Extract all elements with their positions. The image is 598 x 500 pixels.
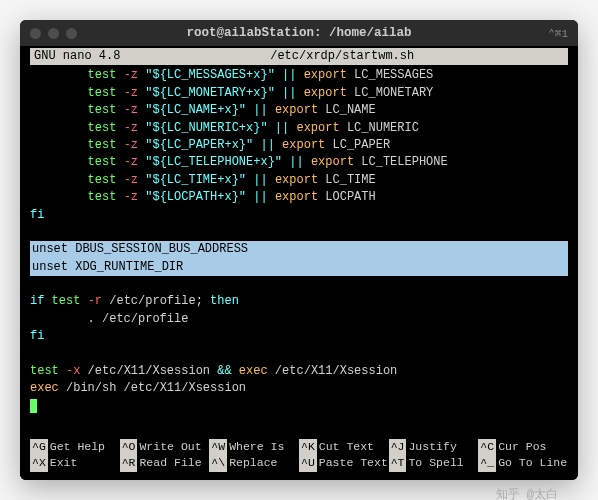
code-line[interactable]: test -z "${LC_MESSAGES+x}" || export LC_… — [30, 67, 568, 84]
help-key: ^C — [478, 439, 496, 456]
code-line[interactable]: test -x /etc/X11/Xsession && exec /etc/X… — [30, 363, 568, 380]
editor-name: GNU nano 4.8 — [34, 48, 120, 65]
help-label: Where Is — [229, 439, 284, 456]
help-key: ^\ — [209, 455, 227, 472]
code-line[interactable]: test -z "${LC_NAME+x}" || export LC_NAME — [30, 102, 568, 119]
help-key: ^R — [120, 455, 138, 472]
help-item: ^JJustify — [389, 439, 479, 456]
help-key: ^K — [299, 439, 317, 456]
help-label: Cur Pos — [498, 439, 546, 456]
help-key: ^G — [30, 439, 48, 456]
help-label: To Spell — [408, 455, 463, 472]
help-key: ^O — [120, 439, 138, 456]
code-line[interactable]: exec /bin/sh /etc/X11/Xsession — [30, 380, 568, 397]
code-line[interactable]: if test -r /etc/profile; then — [30, 293, 568, 310]
code-line[interactable]: unset XDG_RUNTIME_DIR — [30, 259, 568, 276]
help-key: ^T — [389, 455, 407, 472]
code-line[interactable] — [30, 346, 568, 363]
help-label: Exit — [50, 455, 78, 472]
help-item: ^_Go To Line — [478, 455, 568, 472]
help-label: Go To Line — [498, 455, 567, 472]
terminal-body[interactable]: GNU nano 4.8 /etc/xrdp/startwm.sh test -… — [20, 46, 578, 480]
help-bar: ^GGet Help^OWrite Out^WWhere Is^KCut Tex… — [30, 439, 568, 472]
help-label: Replace — [229, 455, 277, 472]
help-key: ^X — [30, 455, 48, 472]
terminal-window: root@ailabStation: /home/ailab ⌃⌘1 GNU n… — [20, 20, 578, 480]
code-line[interactable]: fi — [30, 207, 568, 224]
code-line[interactable]: test -z "${LC_TIME+x}" || export LC_TIME — [30, 172, 568, 189]
help-label: Write Out — [139, 439, 201, 456]
help-item: ^KCut Text — [299, 439, 389, 456]
help-item: ^WWhere Is — [209, 439, 299, 456]
code-line[interactable]: unset DBUS_SESSION_BUS_ADDRESS — [30, 241, 568, 258]
help-item: ^TTo Spell — [389, 455, 479, 472]
editor-file: /etc/xrdp/startwm.sh — [120, 48, 564, 65]
help-key: ^J — [389, 439, 407, 456]
code-line[interactable]: test -z "${LC_PAPER+x}" || export LC_PAP… — [30, 137, 568, 154]
code-line[interactable] — [30, 224, 568, 241]
help-item: ^GGet Help — [30, 439, 120, 456]
editor-content[interactable]: test -z "${LC_MESSAGES+x}" || export LC_… — [30, 67, 568, 397]
help-key: ^U — [299, 455, 317, 472]
help-item: ^OWrite Out — [120, 439, 210, 456]
help-item: ^\Replace — [209, 455, 299, 472]
code-line[interactable]: fi — [30, 328, 568, 345]
help-item: ^XExit — [30, 455, 120, 472]
code-line[interactable]: test -z "${LC_NUMERIC+x}" || export LC_N… — [30, 120, 568, 137]
help-label: Read File — [139, 455, 201, 472]
editor-header: GNU nano 4.8 /etc/xrdp/startwm.sh — [30, 48, 568, 65]
window-shortcut: ⌃⌘1 — [548, 27, 568, 40]
code-line[interactable]: test -z "${LC_TELEPHONE+x}" || export LC… — [30, 154, 568, 171]
help-item: ^RRead File — [120, 455, 210, 472]
help-label: Cut Text — [319, 439, 374, 456]
help-item: ^CCur Pos — [478, 439, 568, 456]
help-label: Paste Text — [319, 455, 388, 472]
code-line[interactable]: test -z "${LOCPATH+x}" || export LOCPATH — [30, 189, 568, 206]
help-item: ^UPaste Text — [299, 455, 389, 472]
help-label: Justify — [408, 439, 456, 456]
code-line[interactable] — [30, 276, 568, 293]
help-label: Get Help — [50, 439, 105, 456]
titlebar: root@ailabStation: /home/ailab ⌃⌘1 — [20, 20, 578, 46]
help-key: ^W — [209, 439, 227, 456]
cursor-icon — [30, 399, 37, 413]
watermark: 知乎 @太白 — [20, 486, 558, 500]
code-line[interactable]: . /etc/profile — [30, 311, 568, 328]
window-title: root@ailabStation: /home/ailab — [20, 26, 578, 40]
help-key: ^_ — [478, 455, 496, 472]
code-line[interactable]: test -z "${LC_MONETARY+x}" || export LC_… — [30, 85, 568, 102]
